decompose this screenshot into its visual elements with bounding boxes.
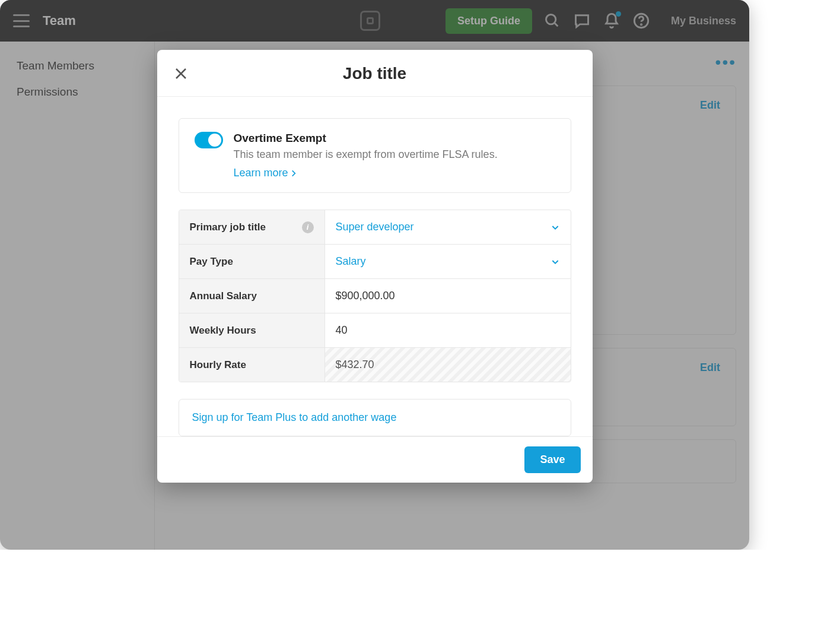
overtime-exempt-box: Overtime Exempt This team member is exem…	[179, 118, 571, 193]
weekly-hours-label: Weekly Hours	[179, 313, 324, 347]
modal-title: Job title	[188, 64, 562, 83]
annual-salary-input[interactable]: $900,000.00	[324, 279, 571, 313]
save-button[interactable]: Save	[524, 446, 580, 473]
close-icon[interactable]	[174, 66, 188, 81]
chevron-down-icon	[551, 257, 560, 267]
pay-type-select[interactable]: Salary	[324, 245, 571, 278]
row-weekly-hours: Weekly Hours 40	[179, 313, 571, 347]
overtime-desc: This team member is exempt from overtime…	[234, 148, 498, 161]
chevron-down-icon	[551, 223, 560, 232]
modal-overlay: Job title Overtime Exempt This team memb…	[0, 0, 749, 550]
chevron-right-icon	[289, 169, 298, 177]
overtime-title: Overtime Exempt	[234, 132, 498, 145]
overtime-exempt-toggle[interactable]	[195, 132, 223, 148]
learn-more-label: Learn more	[234, 167, 288, 179]
wage-grid: Primary job title i Super developer Pay …	[179, 210, 571, 382]
row-primary-job-title: Primary job title i Super developer	[179, 210, 571, 244]
primary-job-title-value: Super developer	[336, 221, 414, 233]
primary-job-title-label: Primary job title i	[179, 210, 324, 244]
modal-body: Overtime Exempt This team member is exem…	[157, 97, 593, 436]
learn-more-link[interactable]: Learn more	[234, 167, 298, 179]
primary-job-title-select[interactable]: Super developer	[324, 210, 571, 244]
row-annual-salary: Annual Salary $900,000.00	[179, 278, 571, 313]
pay-type-value: Salary	[336, 255, 366, 268]
modal-header: Job title	[157, 50, 593, 97]
row-pay-type: Pay Type Salary	[179, 244, 571, 278]
row-hourly-rate: Hourly Rate $432.70	[179, 347, 571, 382]
signup-box: Sign up for Team Plus to add another wag…	[179, 399, 571, 436]
pay-type-label: Pay Type	[179, 245, 324, 278]
hourly-rate-value: $432.70	[324, 348, 571, 382]
hourly-rate-label: Hourly Rate	[179, 348, 324, 382]
app-window: Team Setup Guide My Business Team Member…	[0, 0, 749, 550]
job-title-modal: Job title Overtime Exempt This team memb…	[157, 50, 593, 483]
info-icon[interactable]: i	[302, 221, 314, 233]
annual-salary-label: Annual Salary	[179, 279, 324, 313]
modal-footer: Save	[157, 436, 593, 483]
weekly-hours-input[interactable]: 40	[324, 313, 571, 347]
signup-team-plus-link[interactable]: Sign up for Team Plus to add another wag…	[192, 411, 397, 423]
